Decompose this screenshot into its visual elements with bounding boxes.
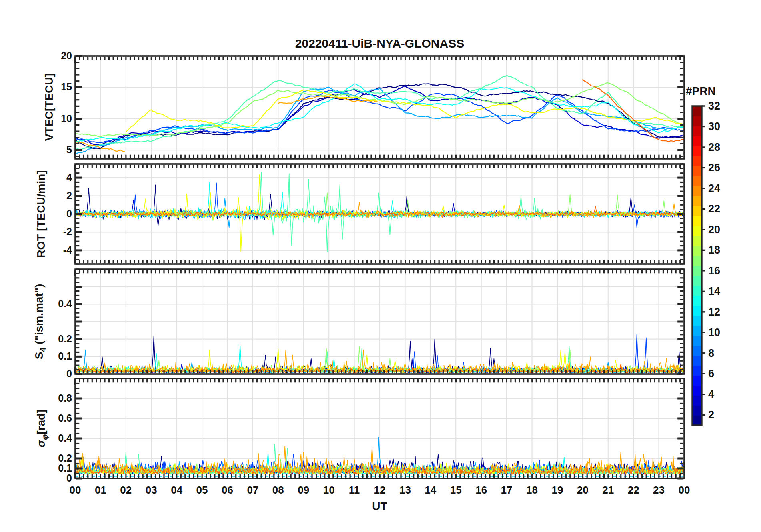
x-tick-label: 11 [349,484,360,496]
y-tick-label: 20 [61,50,72,61]
colorbar-tick-label: 12 [708,306,720,318]
colorbar-step [692,226,702,236]
colorbar-step [692,306,702,316]
colorbar-tick-label: 10 [708,326,720,338]
y-tick-label: 0 [66,368,72,379]
colorbar-tick-label: 2 [708,409,714,421]
colorbar-step [692,375,702,386]
colorbar-tick-label: 28 [708,141,720,153]
y-tick-label: 2 [66,190,72,201]
colorbar-step [692,186,702,196]
colorbar-step [692,256,702,266]
s4-panel: 00.10.20.4 [58,269,684,379]
colorbar-step [692,106,702,116]
colorbar-tick-label: 24 [708,182,720,194]
rot-panel: -4-2024 [63,164,684,264]
colorbar-tick-label: 26 [708,162,720,174]
colorbar-step [692,355,702,366]
y-tick-label: 0.2 [58,452,72,464]
x-tick-label: 15 [450,484,462,496]
x-tick-label: 14 [425,484,436,496]
colorbar-step [692,326,702,336]
colorbar-step [692,316,702,326]
colorbar-tick-label: 16 [708,265,720,277]
screenshot-root: 20220411-UiB-NYA-GLONASS VTEC[TECU] ROT … [0,0,761,532]
colorbar-step [692,166,702,176]
y-tick-label: 0.8 [58,392,72,404]
colorbar-step [692,146,702,156]
colorbar-tick-label: 20 [708,224,720,236]
x-tick-label: 12 [374,484,386,496]
y-tick-label: 0.2 [58,333,72,344]
colorbar-step [692,276,702,286]
colorbar-step [692,385,702,396]
x-tick-label: 00 [70,484,81,496]
x-tick-label: 00 [679,484,690,496]
x-tick-label: 18 [526,484,538,496]
colorbar-step [692,116,702,126]
x-tick-label: 02 [120,484,132,496]
y-tick-label: 10 [61,113,72,124]
y-tick-label: 15 [61,81,72,92]
colorbar-step [692,156,702,166]
colorbar-step [692,216,702,226]
y-tick-label: -4 [63,244,72,256]
y-tick-label: 0.1 [58,350,72,362]
x-tick-label: 22 [628,484,639,496]
colorbar-step [692,395,702,406]
x-tick-label: 09 [298,484,309,496]
colorbar-step [692,266,702,276]
x-tick-label: 20 [577,484,589,496]
colorbar-step [692,176,702,186]
x-tick-label: 17 [501,484,513,496]
colorbar-step [692,286,702,296]
y-tick-label: 4 [66,172,72,183]
y-tick-label: 0.4 [58,298,72,309]
vtec-panel: 5101520 [61,50,684,159]
y-tick-label: 0 [66,472,72,484]
colorbar-tick-label: 8 [708,347,714,359]
y-tick-label: 5 [66,144,72,155]
y-tick-label: 0.4 [58,432,72,444]
x-tick-label: 16 [475,484,487,496]
x-tick-label: 19 [551,484,563,496]
y-tick-label: 0 [66,208,72,219]
colorbar-step [692,126,702,136]
colorbar-step [692,405,702,416]
x-tick-label: 21 [602,484,614,496]
x-tick-label: 06 [222,484,233,496]
x-tick-label: 05 [196,484,208,496]
colorbar-tick-label: 22 [708,203,720,215]
chart-canvas: 5101520-4-202400.10.20.400.10.20.40.60.8… [0,0,761,532]
x-tick-label: 04 [171,484,182,496]
colorbar-tick-label: 18 [708,244,720,256]
colorbar-step [692,136,702,146]
x-tick-label: 08 [272,484,284,496]
colorbar-tick-label: 6 [708,368,714,380]
x-tick-label: 03 [146,484,157,496]
colorbar-tick-label: 14 [708,285,720,297]
colorbar-step [692,365,702,376]
sigphi-panel: 00.10.20.40.60.8 [58,378,684,484]
colorbar-step [692,336,702,346]
colorbar-step [692,346,702,356]
x-tick-label: 13 [399,484,411,496]
colorbar-step [692,415,702,426]
colorbar-step [692,236,702,246]
y-tick-label: 0.1 [58,462,72,474]
colorbar-tick-label: 4 [708,388,714,400]
colorbar-tick-label: 30 [708,120,720,132]
colorbar-step [692,196,702,206]
x-tick-label: 01 [95,484,106,496]
colorbar-step [692,246,702,256]
colorbar-step [692,296,702,306]
x-tick-label: 07 [247,484,258,496]
y-tick-label: 0.6 [58,412,72,424]
x-tick-label: 23 [653,484,665,496]
y-tick-label: -2 [63,226,72,237]
colorbar-tick-label: 32 [708,100,720,112]
colorbar-step [692,206,702,216]
prn-colorbar: 2468101214161820222426283032 [692,100,720,426]
x-tick-label: 10 [323,484,335,496]
